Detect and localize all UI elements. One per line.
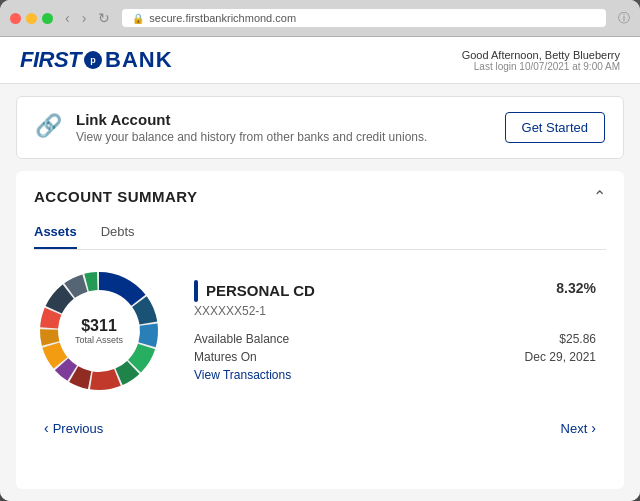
pagination: ‹ Previous Next › [34,420,606,436]
account-tabs: Assets Debts [34,218,606,250]
traffic-lights [10,13,53,24]
next-label: Next [561,421,588,436]
user-greeting: Good Afternoon, Betty Blueberry [462,49,620,61]
browser-window: ‹ › ↻ 🔒 secure.firstbankrichmond.com ⓘ F… [0,0,640,501]
link-icon: 🔗 [35,113,62,139]
matures-on-value: Dec 29, 2021 [525,350,596,364]
previous-chevron-icon: ‹ [44,420,49,436]
account-rate: 8.32% [556,280,596,296]
logo-first-text: FIRST [20,47,81,73]
last-login: Last login 10/07/2021 at 9:00 AM [462,61,620,72]
browser-extra-icon: ⓘ [618,10,630,27]
logo-circle-icon: p [84,51,102,69]
detail-top-left: PERSONAL CD XXXXXX52-1 [194,280,556,332]
link-account-banner: 🔗 Link Account View your balance and his… [16,96,624,159]
url-text: secure.firstbankrichmond.com [149,12,296,24]
next-chevron-icon: › [591,420,596,436]
donut-chart: $311 Total Assets [34,266,164,396]
page-content: FIRST p BANK Good Afternoon, Betty Blueb… [0,37,640,501]
tab-debts[interactable]: Debts [101,218,135,249]
account-rows: Available Balance $25.86 Matures On Dec … [194,332,596,364]
next-button[interactable]: Next › [561,420,596,436]
logo-bank-text: BANK [105,47,173,73]
available-balance-value: $25.86 [559,332,596,346]
account-number: XXXXXX52-1 [194,304,556,318]
previous-button[interactable]: ‹ Previous [44,420,103,436]
available-balance-row: Available Balance $25.86 [194,332,596,346]
account-name: PERSONAL CD [206,282,315,299]
browser-nav: ‹ › ↻ [61,8,114,28]
get-started-button[interactable]: Get Started [505,112,605,143]
bank-logo: FIRST p BANK [20,47,173,73]
donut-amount: $311 [75,317,123,335]
link-description: View your balance and history from other… [76,130,427,144]
available-balance-label: Available Balance [194,332,289,346]
account-detail: PERSONAL CD XXXXXX52-1 8.32% Available B… [194,280,606,383]
matures-on-row: Matures On Dec 29, 2021 [194,350,596,364]
donut-label: Total Assets [75,335,123,345]
donut-center: $311 Total Assets [75,317,123,345]
collapse-icon[interactable]: ⌃ [593,187,606,206]
detail-top: PERSONAL CD XXXXXX52-1 8.32% [194,280,596,332]
previous-label: Previous [53,421,104,436]
browser-chrome: ‹ › ↻ 🔒 secure.firstbankrichmond.com ⓘ [0,0,640,37]
matures-on-label: Matures On [194,350,257,364]
top-nav: FIRST p BANK Good Afternoon, Betty Blueb… [0,37,640,84]
link-banner-left: 🔗 Link Account View your balance and his… [35,111,427,144]
forward-button[interactable]: › [78,8,91,28]
accent-bar [194,280,198,302]
summary-title: ACCOUNT SUMMARY [34,188,198,205]
account-name-row: PERSONAL CD [194,280,556,302]
summary-content: $311 Total Assets PERSONAL CD XXXXXX52-1 [34,266,606,396]
fullscreen-button[interactable] [42,13,53,24]
refresh-button[interactable]: ↻ [94,8,114,28]
link-text: Link Account View your balance and histo… [76,111,427,144]
link-title: Link Account [76,111,427,128]
lock-icon: 🔒 [132,13,144,24]
tab-assets[interactable]: Assets [34,218,77,249]
account-summary-section: ACCOUNT SUMMARY ⌃ Assets Debts [16,171,624,489]
minimize-button[interactable] [26,13,37,24]
back-button[interactable]: ‹ [61,8,74,28]
close-button[interactable] [10,13,21,24]
summary-header: ACCOUNT SUMMARY ⌃ [34,187,606,206]
view-transactions-link[interactable]: View Transactions [194,368,291,382]
user-info: Good Afternoon, Betty Blueberry Last log… [462,49,620,72]
address-bar[interactable]: 🔒 secure.firstbankrichmond.com [122,9,606,27]
